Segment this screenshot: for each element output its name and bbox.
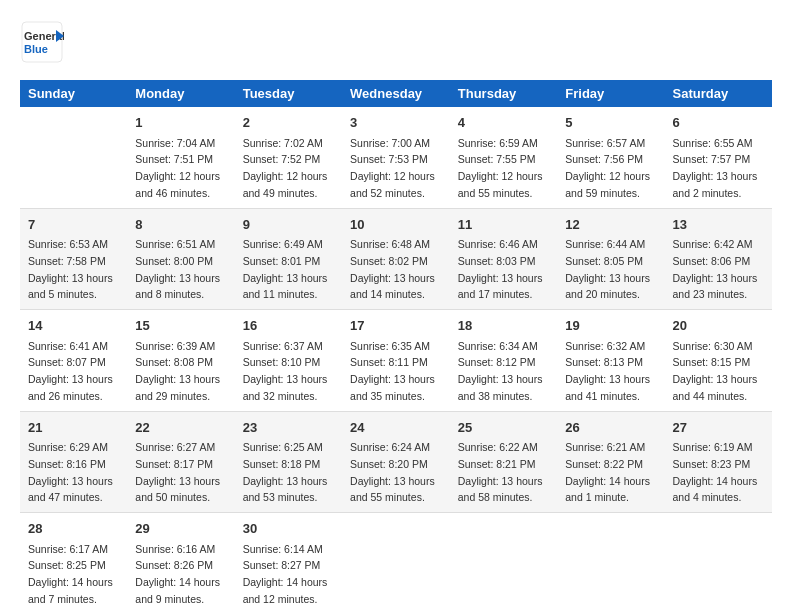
day-info: Sunrise: 7:00 AMSunset: 7:53 PMDaylight:…: [350, 137, 435, 199]
day-number: 6: [673, 113, 765, 133]
calendar-cell: 26 Sunrise: 6:21 AMSunset: 8:22 PMDaylig…: [557, 411, 664, 513]
calendar-cell: 30 Sunrise: 6:14 AMSunset: 8:27 PMDaylig…: [235, 513, 342, 613]
calendar-cell: 16 Sunrise: 6:37 AMSunset: 8:10 PMDaylig…: [235, 310, 342, 412]
calendar-cell: 1 Sunrise: 7:04 AMSunset: 7:51 PMDayligh…: [127, 107, 234, 208]
week-row-5: 28 Sunrise: 6:17 AMSunset: 8:25 PMDaylig…: [20, 513, 772, 613]
calendar-cell: 2 Sunrise: 7:02 AMSunset: 7:52 PMDayligh…: [235, 107, 342, 208]
day-info: Sunrise: 6:46 AMSunset: 8:03 PMDaylight:…: [458, 238, 543, 300]
day-number: 10: [350, 215, 442, 235]
day-number: 23: [243, 418, 334, 438]
day-number: 27: [673, 418, 765, 438]
day-number: 19: [565, 316, 656, 336]
calendar-cell: 24 Sunrise: 6:24 AMSunset: 8:20 PMDaylig…: [342, 411, 450, 513]
day-number: 25: [458, 418, 550, 438]
day-info: Sunrise: 6:59 AMSunset: 7:55 PMDaylight:…: [458, 137, 543, 199]
day-number: 15: [135, 316, 226, 336]
week-row-3: 14 Sunrise: 6:41 AMSunset: 8:07 PMDaylig…: [20, 310, 772, 412]
day-info: Sunrise: 6:53 AMSunset: 7:58 PMDaylight:…: [28, 238, 113, 300]
calendar-cell: [342, 513, 450, 613]
day-number: 21: [28, 418, 119, 438]
calendar-cell: [20, 107, 127, 208]
calendar-cell: 15 Sunrise: 6:39 AMSunset: 8:08 PMDaylig…: [127, 310, 234, 412]
calendar-cell: 12 Sunrise: 6:44 AMSunset: 8:05 PMDaylig…: [557, 208, 664, 310]
calendar-cell: 11 Sunrise: 6:46 AMSunset: 8:03 PMDaylig…: [450, 208, 558, 310]
day-info: Sunrise: 6:35 AMSunset: 8:11 PMDaylight:…: [350, 340, 435, 402]
week-row-1: 1 Sunrise: 7:04 AMSunset: 7:51 PMDayligh…: [20, 107, 772, 208]
day-number: 29: [135, 519, 226, 539]
day-info: Sunrise: 6:57 AMSunset: 7:56 PMDaylight:…: [565, 137, 650, 199]
day-info: Sunrise: 6:48 AMSunset: 8:02 PMDaylight:…: [350, 238, 435, 300]
calendar-cell: 21 Sunrise: 6:29 AMSunset: 8:16 PMDaylig…: [20, 411, 127, 513]
calendar-header: SundayMondayTuesdayWednesdayThursdayFrid…: [20, 80, 772, 107]
calendar-cell: [450, 513, 558, 613]
day-info: Sunrise: 6:21 AMSunset: 8:22 PMDaylight:…: [565, 441, 650, 503]
calendar-cell: 28 Sunrise: 6:17 AMSunset: 8:25 PMDaylig…: [20, 513, 127, 613]
header-row: SundayMondayTuesdayWednesdayThursdayFrid…: [20, 80, 772, 107]
calendar-cell: 13 Sunrise: 6:42 AMSunset: 8:06 PMDaylig…: [665, 208, 773, 310]
calendar-cell: 4 Sunrise: 6:59 AMSunset: 7:55 PMDayligh…: [450, 107, 558, 208]
day-number: 14: [28, 316, 119, 336]
day-info: Sunrise: 6:17 AMSunset: 8:25 PMDaylight:…: [28, 543, 113, 605]
calendar-cell: 19 Sunrise: 6:32 AMSunset: 8:13 PMDaylig…: [557, 310, 664, 412]
day-number: 3: [350, 113, 442, 133]
calendar-cell: 23 Sunrise: 6:25 AMSunset: 8:18 PMDaylig…: [235, 411, 342, 513]
column-header-sunday: Sunday: [20, 80, 127, 107]
logo-icon: General Blue: [20, 20, 64, 64]
day-number: 24: [350, 418, 442, 438]
day-info: Sunrise: 6:24 AMSunset: 8:20 PMDaylight:…: [350, 441, 435, 503]
calendar-cell: 22 Sunrise: 6:27 AMSunset: 8:17 PMDaylig…: [127, 411, 234, 513]
calendar-cell: 17 Sunrise: 6:35 AMSunset: 8:11 PMDaylig…: [342, 310, 450, 412]
day-number: 13: [673, 215, 765, 235]
day-info: Sunrise: 6:42 AMSunset: 8:06 PMDaylight:…: [673, 238, 758, 300]
day-number: 18: [458, 316, 550, 336]
day-number: 30: [243, 519, 334, 539]
logo: General Blue: [20, 20, 64, 64]
column-header-wednesday: Wednesday: [342, 80, 450, 107]
calendar-cell: 20 Sunrise: 6:30 AMSunset: 8:15 PMDaylig…: [665, 310, 773, 412]
calendar-cell: 18 Sunrise: 6:34 AMSunset: 8:12 PMDaylig…: [450, 310, 558, 412]
day-info: Sunrise: 6:16 AMSunset: 8:26 PMDaylight:…: [135, 543, 220, 605]
calendar-cell: 8 Sunrise: 6:51 AMSunset: 8:00 PMDayligh…: [127, 208, 234, 310]
day-number: 5: [565, 113, 656, 133]
day-info: Sunrise: 6:44 AMSunset: 8:05 PMDaylight:…: [565, 238, 650, 300]
day-info: Sunrise: 6:32 AMSunset: 8:13 PMDaylight:…: [565, 340, 650, 402]
week-row-2: 7 Sunrise: 6:53 AMSunset: 7:58 PMDayligh…: [20, 208, 772, 310]
calendar-cell: 7 Sunrise: 6:53 AMSunset: 7:58 PMDayligh…: [20, 208, 127, 310]
day-number: 9: [243, 215, 334, 235]
day-info: Sunrise: 6:27 AMSunset: 8:17 PMDaylight:…: [135, 441, 220, 503]
calendar-cell: 3 Sunrise: 7:00 AMSunset: 7:53 PMDayligh…: [342, 107, 450, 208]
day-info: Sunrise: 6:19 AMSunset: 8:23 PMDaylight:…: [673, 441, 758, 503]
calendar-cell: 29 Sunrise: 6:16 AMSunset: 8:26 PMDaylig…: [127, 513, 234, 613]
day-info: Sunrise: 6:14 AMSunset: 8:27 PMDaylight:…: [243, 543, 328, 605]
calendar-cell: 14 Sunrise: 6:41 AMSunset: 8:07 PMDaylig…: [20, 310, 127, 412]
column-header-thursday: Thursday: [450, 80, 558, 107]
day-info: Sunrise: 6:30 AMSunset: 8:15 PMDaylight:…: [673, 340, 758, 402]
calendar-cell: [557, 513, 664, 613]
day-info: Sunrise: 6:51 AMSunset: 8:00 PMDaylight:…: [135, 238, 220, 300]
day-info: Sunrise: 6:22 AMSunset: 8:21 PMDaylight:…: [458, 441, 543, 503]
calendar-cell: 10 Sunrise: 6:48 AMSunset: 8:02 PMDaylig…: [342, 208, 450, 310]
column-header-tuesday: Tuesday: [235, 80, 342, 107]
page-header: General Blue: [20, 20, 772, 64]
calendar-body: 1 Sunrise: 7:04 AMSunset: 7:51 PMDayligh…: [20, 107, 772, 612]
calendar-cell: 9 Sunrise: 6:49 AMSunset: 8:01 PMDayligh…: [235, 208, 342, 310]
day-number: 12: [565, 215, 656, 235]
day-number: 2: [243, 113, 334, 133]
calendar-cell: 5 Sunrise: 6:57 AMSunset: 7:56 PMDayligh…: [557, 107, 664, 208]
day-number: 26: [565, 418, 656, 438]
day-number: 16: [243, 316, 334, 336]
day-info: Sunrise: 6:34 AMSunset: 8:12 PMDaylight:…: [458, 340, 543, 402]
day-number: 17: [350, 316, 442, 336]
day-number: 1: [135, 113, 226, 133]
day-info: Sunrise: 6:55 AMSunset: 7:57 PMDaylight:…: [673, 137, 758, 199]
calendar-cell: 25 Sunrise: 6:22 AMSunset: 8:21 PMDaylig…: [450, 411, 558, 513]
day-info: Sunrise: 7:04 AMSunset: 7:51 PMDaylight:…: [135, 137, 220, 199]
day-info: Sunrise: 6:49 AMSunset: 8:01 PMDaylight:…: [243, 238, 328, 300]
column-header-saturday: Saturday: [665, 80, 773, 107]
day-number: 7: [28, 215, 119, 235]
calendar-table: SundayMondayTuesdayWednesdayThursdayFrid…: [20, 80, 772, 612]
day-number: 8: [135, 215, 226, 235]
day-number: 22: [135, 418, 226, 438]
day-info: Sunrise: 6:37 AMSunset: 8:10 PMDaylight:…: [243, 340, 328, 402]
day-info: Sunrise: 6:29 AMSunset: 8:16 PMDaylight:…: [28, 441, 113, 503]
